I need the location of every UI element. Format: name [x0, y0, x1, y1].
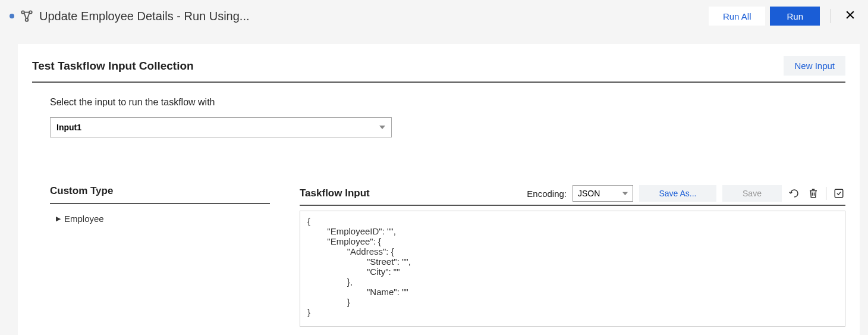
unsaved-dot-indicator — [10, 14, 14, 18]
header-bar: Update Employee Details - Run Using... R… — [0, 0, 868, 32]
code-line: "Employee": { — [307, 236, 838, 246]
custom-type-column: Custom Type ▶ Employee — [50, 185, 270, 327]
save-button: Save — [722, 185, 782, 202]
code-line: }, — [307, 277, 838, 287]
encoding-label: Encoding: — [527, 189, 567, 199]
chevron-down-icon — [622, 189, 628, 198]
taskflow-icon — [20, 10, 33, 23]
taskflow-input-textarea[interactable]: { "EmployeeID": "", "Employee": { "Addre… — [300, 211, 845, 327]
input-controls: Encoding: JSON Save As... Save — [527, 185, 845, 202]
chevron-down-icon — [379, 123, 385, 132]
code-line: "Address": { — [307, 246, 838, 256]
tree-item-label: Employee — [64, 214, 104, 224]
divider — [826, 187, 826, 200]
divider — [831, 9, 831, 23]
taskflow-input-header: Taskflow Input Encoding: JSON Save As...… — [300, 185, 845, 206]
tree-item-employee[interactable]: ▶ Employee — [50, 211, 270, 226]
input-select-section: Select the input to run the taskflow wit… — [50, 97, 845, 137]
encoding-value: JSON — [578, 189, 600, 198]
header-left: Update Employee Details - Run Using... — [10, 10, 250, 23]
header-right: Run All Run — [709, 7, 858, 26]
save-as-button[interactable]: Save As... — [639, 185, 716, 202]
code-line: } — [307, 297, 838, 307]
selected-input-value: Input1 — [56, 123, 81, 132]
panel-header: Test Taskflow Input Collection New Input — [32, 56, 845, 83]
run-all-button[interactable]: Run All — [709, 7, 766, 26]
input-select-dropdown[interactable]: Input1 — [50, 117, 392, 137]
select-input-label: Select the input to run the taskflow wit… — [50, 97, 845, 108]
panel-title: Test Taskflow Input Collection — [32, 60, 194, 73]
custom-type-title: Custom Type — [50, 185, 270, 204]
trash-icon[interactable] — [807, 187, 820, 200]
code-line: } — [307, 307, 838, 317]
code-line: "EmployeeID": "", — [307, 226, 838, 236]
code-line: "Name": "" — [307, 287, 838, 297]
code-line: "City": "" — [307, 267, 838, 277]
code-line: { — [307, 216, 838, 226]
svg-rect-3 — [835, 189, 843, 198]
caret-right-icon: ▶ — [56, 215, 61, 223]
run-button[interactable]: Run — [770, 7, 820, 26]
content-panel: Test Taskflow Input Collection New Input… — [18, 44, 860, 335]
code-line: "Street": "", — [307, 256, 838, 267]
page-title: Update Employee Details - Run Using... — [39, 10, 250, 23]
taskflow-input-title: Taskflow Input — [300, 187, 370, 199]
taskflow-input-column: Taskflow Input Encoding: JSON Save As...… — [300, 185, 845, 327]
two-column-area: Custom Type ▶ Employee Taskflow Input En… — [50, 185, 845, 327]
close-icon[interactable] — [842, 7, 858, 26]
undo-icon[interactable] — [788, 187, 801, 200]
validate-icon[interactable] — [832, 187, 845, 200]
encoding-dropdown[interactable]: JSON — [573, 185, 633, 202]
new-input-button[interactable]: New Input — [784, 56, 845, 76]
